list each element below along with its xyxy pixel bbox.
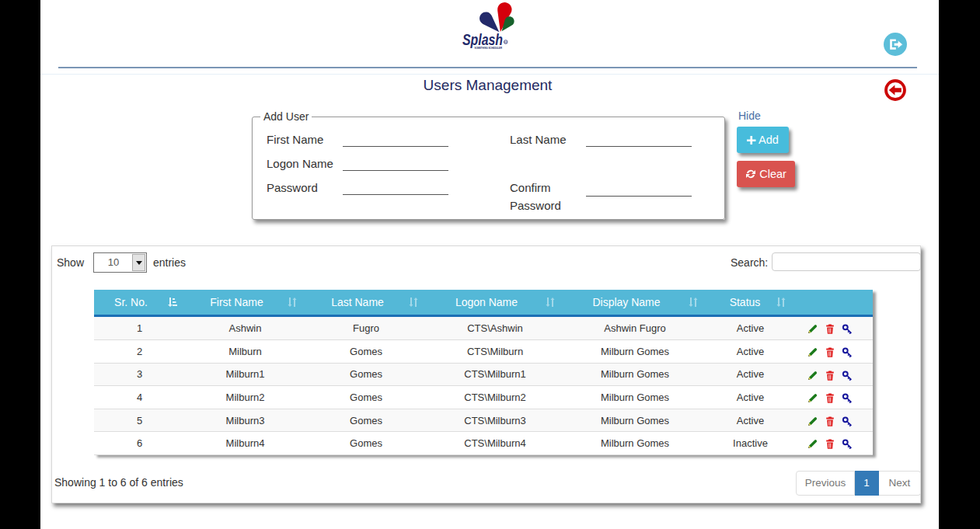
svg-text:SOMETHING SCHEDULER: SOMETHING SCHEDULER: [475, 46, 503, 50]
svg-text:R: R: [504, 41, 507, 44]
